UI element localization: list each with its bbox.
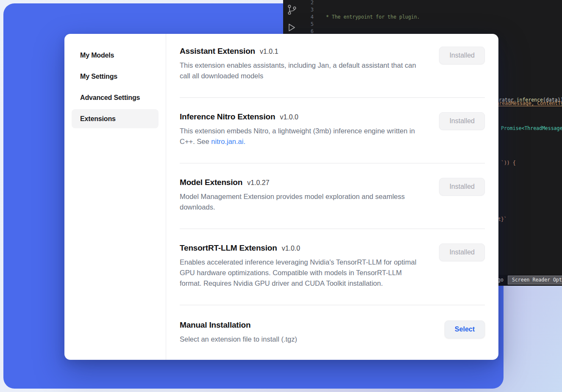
sidebar-item-advanced-settings[interactable]: Advanced Settings [72,88,159,107]
code-fragment-method: inference [517,97,543,103]
extension-info: Inference Nitro Extension v1.0.0 This ex… [180,112,423,147]
manual-installation-row: Manual Installation Select an extension … [180,305,485,355]
code-fragment-args: (data)); [543,97,562,103]
extension-version: v1.0.27 [247,179,269,187]
extensions-panel: Assistant Extension v1.0.1 This extensio… [166,34,498,360]
code-fragment-text: rator. [499,97,517,103]
run-debug-icon[interactable] [287,23,296,32]
code-fragment-template-close: `)) { [501,160,516,166]
extension-version: v1.0.0 [280,113,298,121]
code-fragment-brace-close: t}` [498,216,507,223]
extension-version: v1.0.1 [260,48,278,55]
extension-title: Model Extension v1.0.27 [180,178,423,187]
extension-title: Assistant Extension v1.0.1 [180,47,423,56]
sidebar-item-extensions[interactable]: Extensions [72,109,159,128]
extension-description: Enables accelerated inference leveraging… [180,257,423,289]
extension-info: Model Extension v1.0.27 Model Management… [180,178,423,213]
extension-description: Model Management Extension provides mode… [180,191,423,213]
installed-button[interactable]: Installed [439,243,485,261]
manual-installation-name: Manual Installation [180,320,250,330]
installed-button[interactable]: Installed [439,47,485,64]
code-line-comment: * The entrypoint for the plugin. [323,14,562,21]
line-number: 5 [303,21,314,28]
sidebar-item-my-models[interactable]: My Models [72,46,159,65]
extension-name: Assistant Extension [180,47,255,56]
extension-info: TensortRT-LLM Extension v1.0.0 Enables a… [180,243,423,289]
extension-description: This extension enables assistants, inclu… [180,60,423,81]
extension-info: Assistant Extension v1.0.1 This extensio… [180,47,423,81]
settings-sidebar: My Models My Settings Advanced Settings … [64,34,166,360]
extension-row-tensorrt: TensortRT-LLM Extension v1.0.0 Enables a… [180,229,485,305]
extension-description: This extension embeds Nitro, a lightweig… [180,126,423,147]
extension-version: v1.0.0 [282,245,300,252]
extension-row-model: Model Extension v1.0.27 Model Management… [180,163,485,229]
extension-row-nitro: Inference Nitro Extension v1.0.0 This ex… [180,98,485,163]
line-number: 2 [303,0,314,6]
screen-reader-optimized-badge[interactable]: Screen Reader Optimize [508,276,562,284]
extension-name: Inference Nitro Extension [180,112,275,121]
status-text: go [498,277,504,283]
code-fragment-promise: Promise<ThreadMessage> [501,125,562,132]
manual-installation-description: Select an extension file to install (.tg… [180,334,423,345]
sidebar-item-my-settings[interactable]: My Settings [72,67,159,86]
git-branch-icon[interactable] [287,4,297,15]
line-number: 4 [303,14,314,21]
extension-name: TensortRT-LLM Extension [180,243,277,253]
manual-installation-title: Manual Installation [180,320,423,330]
extension-info: Manual Installation Select an extension … [180,320,423,345]
extension-title: Inference Nitro Extension v1.0.0 [180,112,423,121]
select-file-button[interactable]: Select [445,320,485,338]
line-number: 3 [303,6,314,14]
code-fragment-inference: rator.inference(data)); [499,97,562,103]
settings-modal: My Models My Settings Advanced Settings … [64,34,498,360]
editor-line-numbers: 2 3 4 5 6 [303,0,314,35]
extension-title: TensortRT-LLM Extension v1.0.0 [180,243,423,253]
installed-button[interactable]: Installed [439,112,485,130]
extension-name: Model Extension [180,178,242,187]
installed-button[interactable]: Installed [439,178,485,196]
extension-row-assistant: Assistant Extension v1.0.1 This extensio… [180,34,485,98]
nitro-jan-ai-link[interactable]: nitro.jan.ai. [211,138,245,145]
